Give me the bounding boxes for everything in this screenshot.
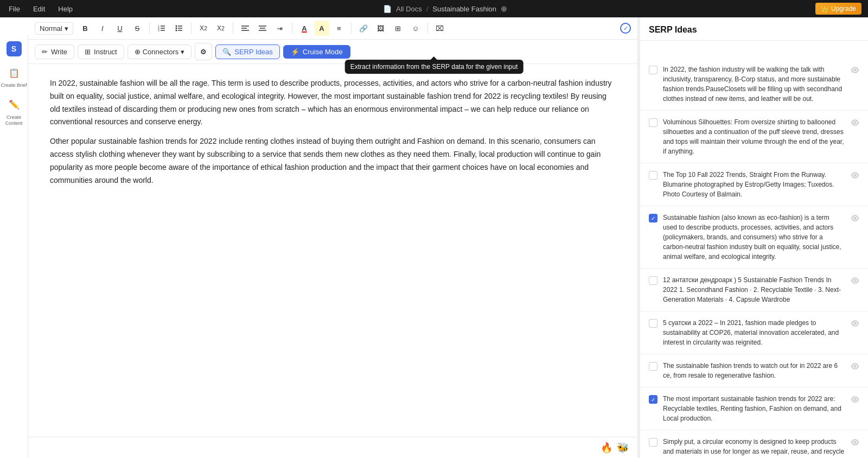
unordered-list-button[interactable]: [171, 21, 187, 36]
divider-5: [351, 23, 352, 34]
style-selector[interactable]: Normal ▾: [35, 22, 73, 35]
svg-text:3: 3: [158, 29, 159, 32]
editor-bottom: 🔥 🐝: [28, 437, 637, 458]
serp-text: In 2022, the fashion industry will be wa…: [663, 65, 845, 104]
write-button[interactable]: ✏ Write: [35, 44, 74, 59]
serp-checkbox[interactable]: [649, 362, 658, 371]
bottom-icon-bee[interactable]: 🐝: [617, 442, 629, 454]
serp-checkbox[interactable]: [649, 438, 658, 447]
editor-paragraph-1[interactable]: In 2022, sustainable fashion will be all…: [50, 77, 616, 129]
svg-point-24: [854, 365, 856, 367]
image-button[interactable]: 🖼: [373, 21, 388, 36]
sidebar-item-create-content[interactable]: ✏️ Create Content: [0, 97, 28, 126]
breadcrumb-area: 📄 All Docs / Sustainable Fashion ⊕: [383, 4, 507, 13]
gear-button[interactable]: ⚙: [195, 43, 212, 60]
svg-point-23: [854, 322, 856, 325]
breadcrumb-alldocs[interactable]: All Docs: [396, 5, 422, 13]
connectors-icon: ⊕: [135, 48, 141, 56]
top-bar: File Edit Help 📄 All Docs / Sustainable …: [0, 0, 868, 17]
write-label: Write: [51, 48, 67, 56]
serp-item[interactable]: ✓Sustainable fashion (also known as eco-…: [640, 206, 868, 269]
serp-eye-icon[interactable]: [851, 438, 859, 448]
serp-text: Voluminous Silhouettes: From oversize sh…: [663, 117, 845, 156]
serp-text: The sustainable fashion trends to watch …: [663, 361, 845, 380]
strikethrough-button[interactable]: S: [130, 21, 145, 36]
serp-icon: 🔍: [222, 48, 231, 56]
table-button[interactable]: ⊞: [391, 21, 406, 36]
sidebar-item-create-brief[interactable]: 📋 Create Brief: [1, 65, 27, 88]
serp-eye-icon[interactable]: [851, 66, 859, 76]
svg-point-22: [854, 279, 856, 282]
serp-item[interactable]: The sustainable fashion trends to watch …: [640, 354, 868, 387]
serp-eye-icon[interactable]: [851, 319, 859, 329]
font-color-button[interactable]: A: [297, 21, 312, 36]
serp-checkbox[interactable]: [649, 319, 658, 328]
serp-checkbox[interactable]: ✓: [649, 214, 658, 222]
align-left-button[interactable]: [238, 21, 253, 36]
serp-item[interactable]: Voluminous Silhouettes: From oversize sh…: [640, 111, 868, 163]
serp-eye-icon[interactable]: [851, 362, 859, 372]
create-content-label: Create Content: [0, 114, 28, 126]
share-icon[interactable]: ⊕: [501, 4, 507, 13]
connectors-button[interactable]: ⊕ Connectors ▾: [127, 44, 192, 59]
divider-2: [191, 23, 192, 34]
serp-eye-icon[interactable]: [851, 118, 859, 129]
serp-item[interactable]: The Top 10 Fall 2022 Trends, Straight Fr…: [640, 163, 868, 206]
menu-help[interactable]: Help: [56, 5, 75, 13]
cruise-icon: ⚡: [291, 48, 299, 56]
menu-file[interactable]: File: [7, 5, 22, 13]
menu-edit[interactable]: Edit: [31, 5, 47, 13]
svg-point-8: [175, 30, 177, 31]
serp-button[interactable]: 🔍 SERP Ideas: [215, 44, 280, 59]
cruise-label: Cruise Mode: [303, 48, 343, 56]
serp-text: The Top 10 Fall 2022 Trends, Straight Fr…: [663, 170, 845, 199]
connectors-label: Connectors: [143, 48, 178, 56]
align-button[interactable]: ≡: [331, 21, 347, 36]
serp-checkbox[interactable]: [649, 276, 658, 285]
upgrade-label: Upgrade: [831, 5, 856, 12]
style-label: Normal: [40, 24, 62, 33]
serp-item[interactable]: ✓The most important sustainable fashion …: [640, 387, 868, 430]
serp-item[interactable]: 5 суатски а 2022 – In 2021, fashion made…: [640, 311, 868, 354]
serp-item[interactable]: 12 антатски дендроарк ) 5 Sustainable Fa…: [640, 269, 868, 311]
editor-paragraph-2[interactable]: Other popular sustainable fashion trends…: [50, 135, 616, 187]
indent-button[interactable]: ⇥: [272, 21, 288, 36]
serp-checkbox[interactable]: [649, 171, 658, 180]
highlight-button[interactable]: A: [314, 21, 329, 36]
link-button[interactable]: 🔗: [356, 21, 371, 36]
serp-eye-icon[interactable]: [851, 214, 859, 224]
clear-format-button[interactable]: ⌧: [432, 21, 448, 36]
left-sidebar: S 📋 Create Brief ✏️ Create Content: [0, 35, 28, 458]
doc-title: Sustainable Fashion: [432, 5, 496, 13]
serp-text: 5 суатски а 2022 – In 2021, fashion made…: [663, 318, 845, 347]
bold-button[interactable]: B: [78, 21, 93, 36]
serp-text: Sustainable fashion (also known as eco-f…: [663, 213, 845, 262]
underline-button[interactable]: U: [112, 21, 127, 36]
italic-button[interactable]: I: [95, 21, 110, 36]
editor-content[interactable]: In 2022, sustainable fashion will be all…: [28, 64, 637, 437]
serp-eye-icon[interactable]: [851, 171, 859, 181]
superscript-button[interactable]: X2: [213, 21, 228, 36]
action-toolbar: ✏ Write ⊞ Instruct ⊕ Connectors ▾ ⚙ 🔍: [28, 40, 637, 64]
serp-checkbox[interactable]: ✓: [649, 395, 658, 404]
serp-checkbox[interactable]: [649, 66, 658, 74]
ordered-list-button[interactable]: 123: [154, 21, 169, 36]
divider-1: [149, 23, 150, 34]
cruise-button[interactable]: ⚡ Cruise Mode: [283, 45, 350, 59]
serp-item[interactable]: In 2022, the fashion industry will be wa…: [640, 58, 868, 111]
svg-point-6: [175, 26, 177, 27]
serp-eye-icon[interactable]: [851, 276, 859, 287]
emoji-button[interactable]: ☺: [408, 21, 423, 36]
create-content-icon: ✏️: [7, 97, 22, 112]
upgrade-button[interactable]: 👑 Upgrade: [815, 3, 861, 15]
doc-icon: 📄: [383, 5, 392, 13]
svg-point-26: [854, 441, 856, 443]
subscript-button[interactable]: X2: [196, 21, 211, 36]
serp-item[interactable]: Simply put, a circular economy is design…: [640, 430, 868, 458]
align-center-button[interactable]: [255, 21, 270, 36]
serp-eye-icon[interactable]: [851, 395, 859, 405]
right-panel-header: SERP Ideas: [640, 17, 868, 41]
serp-checkbox[interactable]: [649, 118, 658, 127]
instruct-icon: ⊞: [85, 48, 91, 56]
instruct-button[interactable]: ⊞ Instruct: [78, 44, 124, 59]
